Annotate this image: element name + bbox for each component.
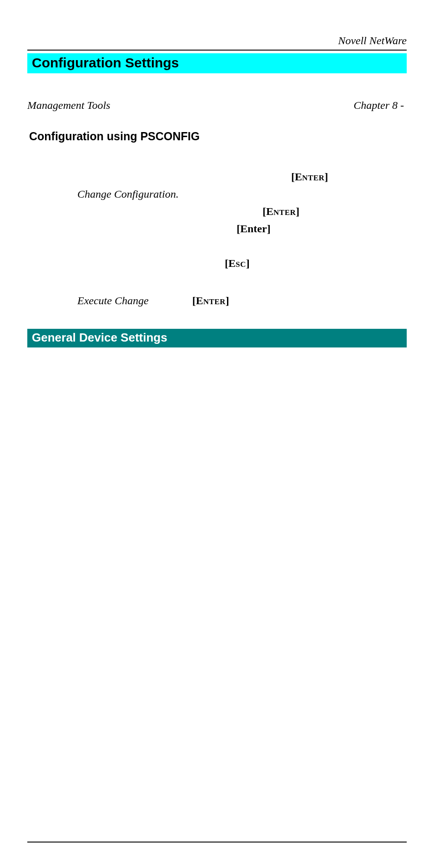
chapter-reference: Chapter 8 - Management Tools	[27, 97, 407, 113]
esc-key-label: [Esc]	[225, 257, 250, 269]
step-change-configuration: Change Configuration.	[77, 186, 407, 202]
step-enter-2: [Enter]	[262, 203, 407, 220]
body-content: [Enter] Change Configuration. [Enter] [E…	[27, 168, 407, 309]
document-page: Novell NetWare Configuration Settings Ch…	[0, 0, 434, 868]
footer-rule	[27, 842, 407, 842]
enter-key-label: [Enter]	[192, 295, 229, 306]
enter-key-label: [Enter]	[262, 205, 299, 217]
header-rule	[27, 50, 407, 51]
change-configuration-text: Change Configuration.	[77, 188, 179, 200]
running-header: Novell NetWare	[27, 35, 407, 47]
chapter-ref-left: Management Tools	[27, 99, 110, 111]
enter-key-label: [Enter]	[291, 171, 328, 183]
section-title-banner: Configuration Settings	[27, 53, 407, 73]
step-esc: [Esc]	[225, 255, 407, 271]
enter-key-label: [Enter]	[237, 223, 271, 235]
step-enter-3: [Enter]	[237, 220, 407, 237]
step-enter-1: [Enter]	[291, 168, 407, 185]
section2-title-banner: General Device Settings	[27, 329, 407, 347]
chapter-ref-right: Chapter 8 -	[353, 97, 407, 113]
execute-change-text: Execute Change	[77, 295, 149, 306]
subheading: Configuration using PSCONFIG	[27, 130, 407, 143]
step-execute-change: Execute Change [Enter]	[77, 292, 407, 309]
